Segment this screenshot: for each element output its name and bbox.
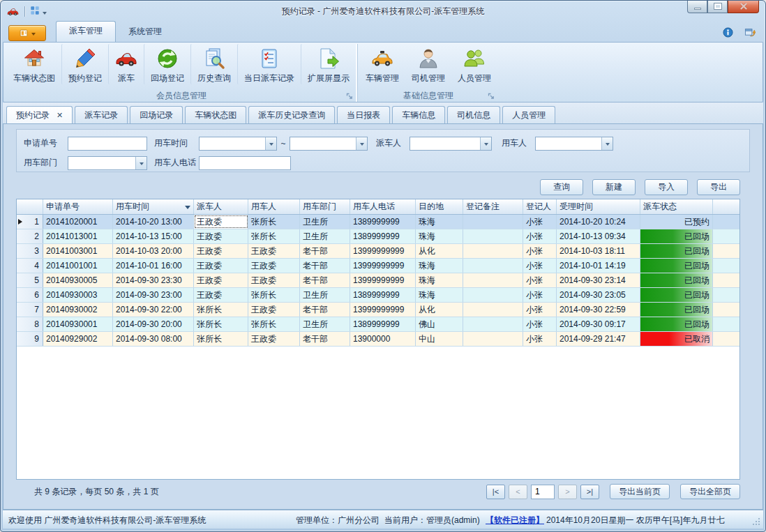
table-cell[interactable]: 王政委 — [248, 332, 300, 346]
ribbon-button[interactable]: 派车 — [108, 44, 144, 84]
table-cell[interactable]: 老干部 — [300, 259, 350, 273]
table-cell[interactable]: 王政委 — [194, 229, 248, 243]
col-header[interactable]: 登记备注 — [463, 199, 523, 214]
doc-tab[interactable]: 预约记录✕ — [6, 106, 73, 123]
table-cell[interactable]: 老干部 — [300, 332, 350, 346]
dialog-launcher-icon[interactable] — [346, 93, 353, 100]
dispatcher-combo[interactable] — [410, 137, 492, 151]
table-cell[interactable] — [463, 303, 523, 317]
status-cell[interactable]: 已取消 — [640, 332, 713, 346]
page-number-input[interactable] — [531, 485, 555, 499]
table-cell[interactable]: 20140930001 — [43, 317, 113, 331]
table-row[interactable]: 9201409290022014-09-30 08:00张所长王政委老干部139… — [17, 332, 739, 347]
table-cell[interactable]: 小张 — [523, 244, 557, 258]
table-cell[interactable]: 2014-10-01 14:19 — [557, 259, 640, 273]
info-icon[interactable] — [723, 27, 733, 38]
table-cell[interactable]: 王政委 — [248, 303, 300, 317]
doc-tab[interactable]: 回场记录 — [130, 106, 183, 123]
combo-arrow-icon[interactable] — [265, 137, 276, 150]
table-cell[interactable]: 小张 — [523, 273, 557, 287]
user-combo[interactable] — [535, 137, 613, 151]
table-cell[interactable]: 13999999999 — [350, 273, 416, 287]
table-cell[interactable]: 卫生所 — [300, 317, 350, 331]
table-row[interactable]: 8201409300012014-09-30 20:00张所长张所长卫生所138… — [17, 317, 739, 332]
table-cell[interactable]: 2014-09-30 23:00 — [113, 288, 194, 302]
table-cell[interactable]: 张所长 — [194, 303, 248, 317]
table-cell[interactable]: 13999999999 — [350, 303, 416, 317]
table-cell[interactable]: 张所长 — [248, 215, 300, 229]
export-current-page-button[interactable]: 导出当前页 — [610, 484, 670, 499]
dialog-launcher-icon[interactable] — [488, 93, 495, 100]
table-cell[interactable]: 王政委 — [194, 244, 248, 258]
table-cell[interactable]: 珠海 — [416, 229, 463, 243]
table-cell[interactable]: 2014-09-30 08:00 — [113, 332, 194, 346]
chevron-down-icon[interactable] — [43, 12, 47, 17]
ribbon-tab-system[interactable]: 系统管理 — [116, 22, 174, 42]
combo-arrow-icon[interactable] — [356, 137, 367, 150]
layout-grid-icon[interactable] — [30, 6, 40, 18]
table-row[interactable]: 4201410010012014-10-01 16:00王政委王政委老干部139… — [17, 259, 739, 273]
table-cell[interactable]: 20141020001 — [43, 215, 113, 229]
col-header[interactable]: 派车人 — [194, 199, 248, 214]
use-time-from-combo[interactable] — [199, 137, 277, 151]
resize-grip-icon[interactable] — [752, 517, 760, 526]
table-cell[interactable]: 王政委 — [194, 273, 248, 287]
col-header[interactable]: 登记人 — [523, 199, 557, 214]
table-cell[interactable] — [463, 259, 523, 273]
status-cell[interactable]: 已回场 — [640, 244, 713, 258]
grid[interactable]: 申请单号用车时间派车人用车人用车部门用车人电话目的地登记备注登记人受理时间派车状… — [16, 199, 740, 480]
table-cell[interactable]: 小张 — [523, 259, 557, 273]
status-cell[interactable]: 已回场 — [640, 229, 713, 243]
table-cell[interactable]: 13900000 — [350, 332, 416, 346]
table-cell[interactable]: 20141013001 — [43, 229, 113, 243]
table-row[interactable]: 6201409300032014-09-30 23:00王政委张所长卫生所138… — [17, 288, 739, 303]
table-row[interactable]: 3201410030012014-10-03 20:00王政委王政委老干部139… — [17, 244, 739, 259]
row-header[interactable]: 5 — [17, 273, 43, 287]
app-menu-button[interactable] — [8, 25, 46, 41]
table-cell[interactable]: 2014-10-13 09:34 — [557, 229, 640, 243]
table-cell[interactable]: 张所长 — [194, 332, 248, 346]
table-row[interactable]: 2201410130012014-10-13 15:00王政委张所长卫生所138… — [17, 229, 739, 244]
col-header[interactable]: 受理时间 — [557, 199, 640, 214]
new-button[interactable]: 新建 — [592, 179, 636, 195]
table-cell[interactable]: 珠海 — [416, 215, 463, 229]
table-cell[interactable]: 王政委 — [194, 259, 248, 273]
close-button[interactable] — [728, 0, 759, 13]
table-cell[interactable]: 从化 — [416, 303, 463, 317]
table-cell[interactable]: 1389999999 — [350, 229, 416, 243]
table-cell[interactable]: 小张 — [523, 317, 557, 331]
table-cell[interactable]: 1389999999 — [350, 317, 416, 331]
table-cell[interactable]: 2014-09-30 09:17 — [557, 317, 640, 331]
row-header[interactable]: 3 — [17, 244, 43, 258]
doc-tab[interactable]: 车辆信息 — [392, 106, 445, 123]
ribbon-button[interactable]: 扩展屏显示 — [301, 44, 356, 84]
doc-tab[interactable]: 派车记录 — [75, 106, 128, 123]
table-cell[interactable]: 2014-10-13 15:00 — [113, 229, 194, 243]
table-cell[interactable]: 2014-10-20 13:00 — [113, 215, 194, 229]
table-cell[interactable]: 卫生所 — [300, 288, 350, 302]
table-cell[interactable]: 1389999999 — [350, 288, 416, 302]
table-cell[interactable]: 13999999999 — [350, 244, 416, 258]
phone-input[interactable] — [199, 156, 291, 170]
table-cell[interactable]: 珠海 — [416, 259, 463, 273]
table-cell[interactable] — [463, 288, 523, 302]
table-cell[interactable]: 20140930003 — [43, 288, 113, 302]
table-cell[interactable]: 2014-10-20 10:24 — [557, 215, 640, 229]
table-cell[interactable]: 2014-09-30 23:05 — [557, 288, 640, 302]
table-row[interactable]: 7201409300022014-09-30 22:00张所长王政委老干部139… — [17, 303, 739, 317]
use-time-to-combo[interactable] — [290, 137, 368, 151]
ribbon-button[interactable]: 历史查询 — [190, 44, 237, 84]
department-combo[interactable] — [68, 156, 147, 170]
license-link[interactable]: 【软件已注册】 — [486, 515, 544, 526]
table-row[interactable]: 1201410200012014-10-20 13:00王政委张所长卫生所138… — [17, 215, 739, 229]
export-button[interactable]: 导出 — [697, 179, 740, 195]
combo-arrow-icon[interactable] — [135, 157, 147, 169]
table-cell[interactable]: 2014-10-03 20:00 — [113, 244, 194, 258]
doc-tab[interactable]: 派车历史记录查询 — [248, 106, 335, 123]
maximize-button[interactable] — [707, 0, 728, 13]
ribbon-button[interactable]: 司机管理 — [405, 44, 451, 84]
export-all-pages-button[interactable]: 导出全部页 — [680, 484, 740, 499]
status-cell[interactable]: 已回场 — [640, 303, 713, 317]
ribbon-tab-dispatch[interactable]: 派车管理 — [56, 21, 116, 42]
ribbon-button[interactable]: 车辆管理 — [359, 44, 405, 84]
